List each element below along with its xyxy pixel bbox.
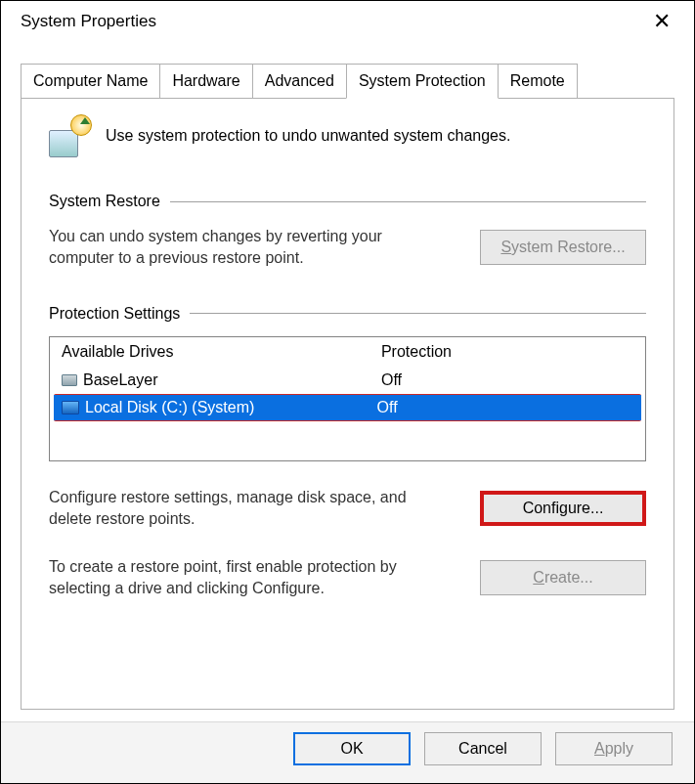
configure-row: Configure restore settings, manage disk …	[49, 487, 646, 531]
drive-row-selected[interactable]: Local Disk (C:) (System) Off	[54, 394, 641, 421]
system-restore-button[interactable]: System Restore...	[480, 230, 646, 265]
divider	[190, 313, 646, 314]
protection-settings-legend: Protection Settings	[49, 305, 646, 323]
system-restore-legend-text: System Restore	[49, 193, 160, 210]
system-restore-row: You can undo system changes by reverting…	[49, 226, 646, 270]
configure-hint: Configure restore settings, manage disk …	[49, 487, 430, 531]
col-header-drives: Available Drives	[50, 343, 377, 361]
close-button[interactable]: ✕	[645, 9, 678, 34]
create-button[interactable]: Create...	[480, 560, 646, 595]
drives-list[interactable]: Available Drives Protection BaseLayer Of…	[49, 336, 646, 461]
protection-settings-legend-text: Protection Settings	[49, 305, 180, 323]
system-properties-window: System Properties ✕ Computer Name Hardwa…	[0, 0, 695, 784]
system-protection-icon	[49, 114, 92, 157]
apply-button[interactable]: Apply	[555, 732, 673, 765]
dialog-footer: OK Cancel Apply	[1, 721, 694, 783]
tab-remote[interactable]: Remote	[498, 64, 578, 99]
create-hint: To create a restore point, first enable …	[49, 556, 430, 600]
tab-system-protection[interactable]: System Protection	[346, 64, 499, 99]
tab-panel-system-protection: Use system protection to undo unwanted s…	[21, 98, 674, 710]
drive-icon	[62, 401, 79, 414]
tab-computer-name[interactable]: Computer Name	[21, 64, 160, 99]
divider	[170, 201, 646, 202]
drive-name: BaseLayer	[83, 371, 158, 389]
titlebar: System Properties ✕	[1, 1, 694, 46]
system-restore-text: You can undo system changes by reverting…	[49, 226, 391, 270]
drive-name: Local Disk (C:) (System)	[85, 399, 254, 416]
tab-advanced[interactable]: Advanced	[252, 64, 347, 99]
create-row: To create a restore point, first enable …	[49, 556, 646, 600]
col-header-protection: Protection	[377, 343, 645, 361]
drives-header: Available Drives Protection	[50, 337, 645, 367]
tab-hardware[interactable]: Hardware	[159, 64, 252, 99]
window-title: System Properties	[21, 12, 156, 31]
drives-spacer	[50, 421, 645, 460]
tab-strip: Computer Name Hardware Advanced System P…	[21, 64, 674, 99]
drive-row[interactable]: BaseLayer Off	[50, 367, 645, 394]
intro-text: Use system protection to undo unwanted s…	[106, 127, 510, 145]
cancel-button[interactable]: Cancel	[424, 732, 542, 765]
drive-protection: Off	[377, 371, 645, 389]
drive-icon	[62, 374, 77, 386]
configure-button[interactable]: Configure...	[480, 491, 646, 526]
system-restore-legend: System Restore	[49, 193, 646, 210]
drive-protection: Off	[377, 399, 641, 416]
ok-button[interactable]: OK	[293, 732, 411, 765]
intro-row: Use system protection to undo unwanted s…	[49, 114, 646, 157]
